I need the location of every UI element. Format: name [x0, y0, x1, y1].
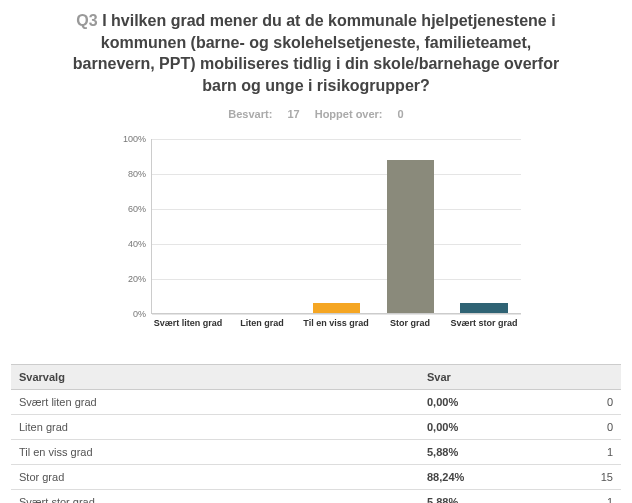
y-tick-label: 40% [106, 239, 146, 249]
y-tick-label: 100% [106, 134, 146, 144]
y-tick-label: 60% [106, 204, 146, 214]
answered-count: 17 [287, 108, 299, 120]
table-row: Svært liten grad0,00%0 [11, 390, 621, 415]
cell-percent: 5,88% [419, 440, 545, 465]
table-row: Stor grad88,24%15 [11, 465, 621, 490]
bar-slot [152, 139, 226, 313]
bar-slot [300, 139, 374, 313]
cell-count: 0 [545, 390, 621, 415]
cell-count: 1 [545, 490, 621, 503]
y-tick-label: 0% [106, 309, 146, 319]
bars-container [152, 139, 521, 313]
cell-option: Liten grad [11, 415, 419, 440]
bar-chart: 0%20%40%60%80%100% Svært liten gradLiten… [106, 134, 526, 344]
question-prefix: Q3 [76, 12, 97, 29]
results-table: Svarvalg Svar Svært liten grad0,00%0Lite… [11, 364, 621, 503]
x-tick-label: Svært liten grad [151, 316, 225, 344]
cell-percent: 0,00% [419, 390, 545, 415]
table-body: Svært liten grad0,00%0Liten grad0,00%0Ti… [11, 390, 621, 503]
skipped-label: Hoppet over: [315, 108, 383, 120]
cell-option: Til en viss grad [11, 440, 419, 465]
bar-slot [226, 139, 300, 313]
y-tick-label: 80% [106, 169, 146, 179]
x-tick-label: Til en viss grad [299, 316, 373, 344]
table-header-row: Svarvalg Svar [11, 365, 621, 390]
answered-label: Besvart: [228, 108, 272, 120]
response-meta: Besvart: 17 Hoppet over: 0 [0, 108, 632, 120]
bar [460, 303, 507, 313]
cell-percent: 0,00% [419, 415, 545, 440]
col-response: Svar [419, 365, 621, 390]
cell-percent: 88,24% [419, 465, 545, 490]
cell-count: 0 [545, 415, 621, 440]
question-text: I hvilken grad mener du at de kommunale … [73, 12, 559, 94]
question-heading: Q3 I hvilken grad mener du at de kommuna… [0, 10, 632, 96]
x-tick-label: Svært stor grad [447, 316, 521, 344]
bar [387, 160, 434, 314]
report-page: Q3 I hvilken grad mener du at de kommuna… [0, 0, 632, 503]
cell-option: Stor grad [11, 465, 419, 490]
y-tick-label: 20% [106, 274, 146, 284]
cell-option: Svært stor grad [11, 490, 419, 503]
bar [313, 303, 360, 313]
table-row: Svært stor grad5,88%1 [11, 490, 621, 503]
col-option: Svarvalg [11, 365, 419, 390]
bar-slot [373, 139, 447, 313]
x-tick-label: Stor grad [373, 316, 447, 344]
x-tick-label: Liten grad [225, 316, 299, 344]
bar-slot [447, 139, 521, 313]
x-axis-labels: Svært liten gradLiten gradTil en viss gr… [151, 316, 521, 344]
cell-option: Svært liten grad [11, 390, 419, 415]
skipped-count: 0 [398, 108, 404, 120]
plot-area [151, 139, 521, 314]
cell-count: 1 [545, 440, 621, 465]
cell-percent: 5,88% [419, 490, 545, 503]
cell-count: 15 [545, 465, 621, 490]
table-row: Til en viss grad5,88%1 [11, 440, 621, 465]
table-row: Liten grad0,00%0 [11, 415, 621, 440]
grid-line [152, 314, 521, 315]
